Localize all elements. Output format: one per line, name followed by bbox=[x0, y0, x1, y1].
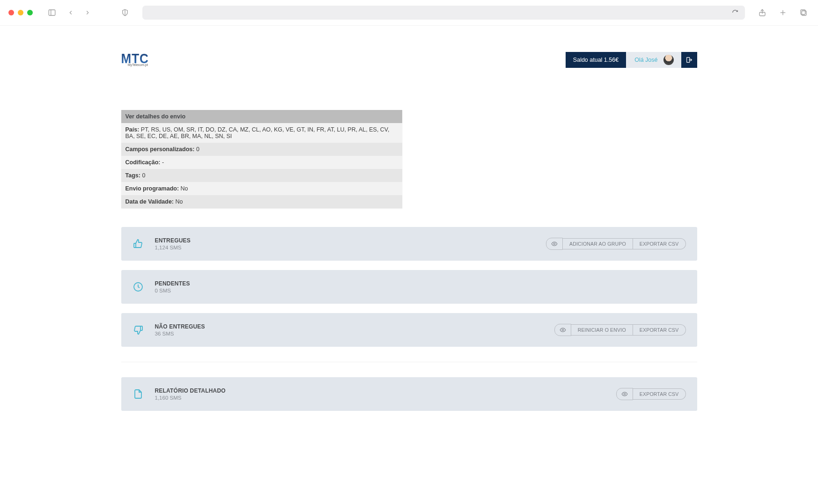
eye-icon bbox=[560, 327, 566, 333]
status-cards: ENTREGUES 1,124 SMS ADICIONAR AO GRUPO E… bbox=[121, 227, 697, 411]
view-button[interactable] bbox=[616, 388, 633, 400]
logout-icon bbox=[685, 56, 693, 64]
maximize-window-button[interactable] bbox=[27, 10, 33, 15]
send-details-panel: Ver detalhes do envio País: PT, RS, US, … bbox=[121, 110, 402, 208]
details-row: Envio programado: No bbox=[121, 182, 402, 195]
details-key: Tags: bbox=[125, 172, 142, 179]
eye-icon bbox=[551, 241, 558, 247]
details-key: Codificação: bbox=[125, 159, 162, 166]
details-row: Tags: 0 bbox=[121, 169, 402, 182]
close-window-button[interactable] bbox=[8, 10, 14, 15]
details-key: Campos personalizados: bbox=[125, 146, 196, 153]
avatar[interactable] bbox=[663, 54, 675, 66]
details-key: País: bbox=[125, 126, 141, 133]
card-actions: REINICIAR O ENVIO EXPORTAR CSV bbox=[554, 324, 686, 336]
details-key: Envio programado: bbox=[125, 185, 181, 192]
details-value: No bbox=[175, 198, 183, 205]
details-value: No bbox=[181, 185, 188, 192]
add-to-group-button[interactable]: ADICIONAR AO GRUPO bbox=[563, 238, 633, 249]
export-csv-button[interactable]: EXPORTAR CSV bbox=[633, 324, 686, 336]
chrome-right-controls bbox=[756, 7, 810, 19]
svg-point-9 bbox=[553, 243, 555, 245]
card-count: 1,124 SMS bbox=[155, 245, 191, 250]
logo-mark: MTC bbox=[121, 53, 149, 64]
tabs-overview-icon[interactable] bbox=[797, 7, 810, 19]
address-bar[interactable] bbox=[142, 6, 745, 20]
file-icon bbox=[133, 388, 144, 400]
card-count: 0 SMS bbox=[155, 288, 190, 293]
user-greeting[interactable]: Olá José bbox=[626, 52, 681, 68]
window-controls bbox=[8, 10, 33, 15]
nav-arrows bbox=[66, 7, 93, 18]
minimize-window-button[interactable] bbox=[18, 10, 23, 15]
view-button[interactable] bbox=[546, 238, 563, 250]
card-title: ENTREGUES bbox=[155, 237, 191, 244]
card-count: 1,160 SMS bbox=[155, 395, 226, 401]
card-title: RELATÓRIO DETALHADO bbox=[155, 387, 226, 394]
details-value: - bbox=[162, 159, 164, 166]
details-row: Campos personalizados: 0 bbox=[121, 143, 402, 156]
logo[interactable]: MTC MyTelecom.pt bbox=[121, 54, 149, 66]
greeting-text: Olá José bbox=[634, 57, 657, 63]
app-header: MTC MyTelecom.pt Saldo atual 1.56€ Olá J… bbox=[121, 26, 697, 68]
share-icon[interactable] bbox=[756, 7, 768, 19]
details-row: Data de Validade: No bbox=[121, 195, 402, 208]
card-title: NÃO ENTREGUES bbox=[155, 323, 205, 330]
shield-icon[interactable] bbox=[119, 7, 131, 19]
details-row: País: PT, RS, US, OM, SR, IT, DO, DZ, CA… bbox=[121, 123, 402, 143]
thumbs-up-icon bbox=[133, 238, 144, 249]
account-bar: Saldo atual 1.56€ Olá José bbox=[566, 52, 697, 68]
card-delivered: ENTREGUES 1,124 SMS ADICIONAR AO GRUPO E… bbox=[121, 227, 697, 261]
section-divider bbox=[121, 362, 697, 362]
card-pending: PENDENTES 0 SMS bbox=[121, 270, 697, 304]
balance-chip[interactable]: Saldo atual 1.56€ bbox=[566, 52, 626, 68]
details-value: 0 bbox=[142, 172, 145, 179]
export-csv-button[interactable]: EXPORTAR CSV bbox=[633, 238, 686, 249]
card-actions: EXPORTAR CSV bbox=[616, 388, 686, 400]
card-actions: ADICIONAR AO GRUPO EXPORTAR CSV bbox=[546, 238, 686, 250]
details-row: Codificação: - bbox=[121, 156, 402, 169]
reload-icon[interactable] bbox=[730, 7, 740, 18]
card-title: PENDENTES bbox=[155, 280, 190, 287]
logout-button[interactable] bbox=[681, 52, 697, 68]
thumbs-down-icon bbox=[133, 324, 144, 336]
svg-point-11 bbox=[562, 329, 564, 331]
export-csv-button[interactable]: EXPORTAR CSV bbox=[633, 388, 686, 400]
retry-send-button[interactable]: REINICIAR O ENVIO bbox=[571, 324, 633, 336]
details-header: Ver detalhes do envio bbox=[121, 110, 402, 123]
svg-rect-6 bbox=[801, 10, 805, 15]
card-report: RELATÓRIO DETALHADO 1,160 SMS EXPORTAR C… bbox=[121, 377, 697, 411]
svg-rect-5 bbox=[802, 11, 806, 15]
svg-rect-0 bbox=[49, 10, 55, 15]
back-button[interactable] bbox=[66, 7, 76, 18]
details-value: 0 bbox=[196, 146, 199, 153]
browser-chrome bbox=[0, 0, 818, 26]
clock-icon bbox=[133, 281, 144, 292]
forward-button[interactable] bbox=[82, 7, 93, 18]
eye-icon bbox=[621, 391, 628, 397]
details-key: Data de Validade: bbox=[125, 198, 176, 205]
sidebar-toggle-icon[interactable] bbox=[46, 7, 58, 19]
card-undelivered: NÃO ENTREGUES 36 SMS REINICIAR O ENVIO E… bbox=[121, 313, 697, 347]
svg-point-12 bbox=[624, 393, 626, 395]
details-value: PT, RS, US, OM, SR, IT, DO, DZ, CA, MZ, … bbox=[125, 126, 390, 139]
card-count: 36 SMS bbox=[155, 331, 205, 336]
new-tab-icon[interactable] bbox=[777, 7, 789, 19]
view-button[interactable] bbox=[554, 324, 571, 336]
